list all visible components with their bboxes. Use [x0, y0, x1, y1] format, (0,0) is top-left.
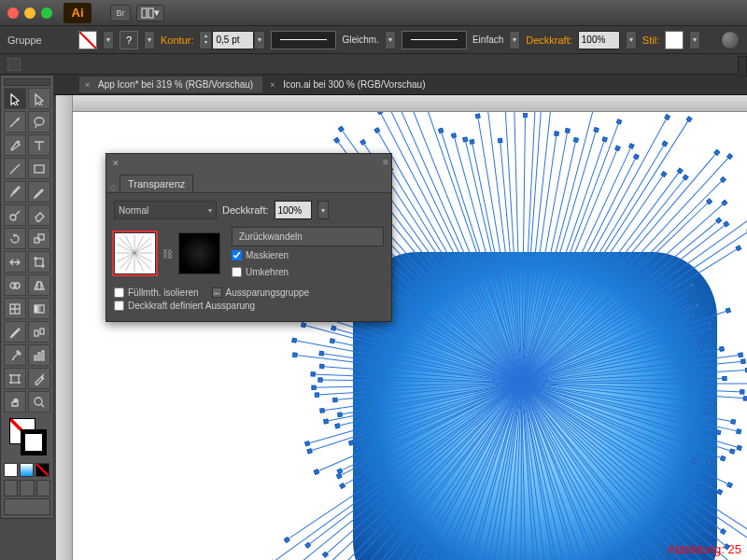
arrange-docs-button[interactable]: ▾ — [136, 5, 164, 21]
link-mask-icon[interactable]: ⛓ — [162, 244, 173, 264]
close-tab-icon[interactable]: × — [270, 80, 275, 90]
invert-label: Umkehren — [246, 267, 289, 277]
stroke-weight-dd[interactable] — [254, 31, 265, 49]
panel-header[interactable]: ✕ ≡ — [106, 154, 391, 173]
column-graph-tool[interactable] — [28, 344, 50, 366]
radial-paths[interactable] — [521, 383, 522, 384]
ruler-horizontal[interactable] — [73, 95, 747, 112]
mask-thumb[interactable] — [178, 232, 220, 274]
blend-tool[interactable] — [28, 321, 50, 343]
opacity-defines-checkbox[interactable]: Deckkraft definiert Aussparung — [114, 301, 384, 311]
free-transform-tool[interactable] — [28, 251, 50, 273]
panel-close-icon[interactable]: ✕ — [112, 159, 120, 168]
cap-dd[interactable] — [385, 31, 396, 49]
magic-wand-tool[interactable] — [4, 111, 26, 133]
svg-rect-13 — [35, 330, 38, 336]
type-tool[interactable] — [28, 134, 50, 156]
direct-selection-tool[interactable] — [28, 88, 50, 109]
draw-normal[interactable] — [4, 480, 18, 497]
stroke-indicator[interactable] — [21, 429, 47, 455]
svg-line-33 — [134, 253, 152, 262]
release-mask-button[interactable]: Zurückwandeln — [232, 227, 384, 246]
symbol-sprayer-tool[interactable] — [4, 344, 26, 366]
pencil-tool[interactable] — [28, 181, 50, 203]
panel-menu-icon[interactable]: ≡ — [383, 157, 388, 167]
isolate-label: Füllmth. isolieren — [128, 287, 199, 298]
knockout-label: Aussparungsgruppe — [226, 287, 310, 298]
color-mode[interactable] — [4, 463, 18, 477]
fill-dropdown[interactable] — [103, 31, 114, 49]
line-tool[interactable] — [4, 158, 26, 179]
brush-dd[interactable] — [509, 31, 520, 49]
panel-collapse-icon[interactable] — [7, 58, 21, 71]
gradient-tool[interactable] — [28, 298, 50, 319]
opacity-input[interactable] — [578, 31, 620, 49]
toolbox-grip[interactable] — [4, 78, 50, 86]
hand-tool[interactable] — [4, 391, 26, 413]
draw-inside[interactable] — [36, 480, 50, 497]
close-window-icon[interactable] — [7, 7, 19, 19]
zoom-tool[interactable] — [28, 391, 50, 413]
transparency-panel[interactable]: ✕ ≡ ◇ Transparenz Normal Deckkraft: ⛓ — [106, 153, 392, 322]
panel-opacity-dd[interactable] — [317, 201, 329, 219]
svg-rect-0 — [142, 8, 147, 18]
knockout-checkbox[interactable]: –Aussparungsgruppe — [212, 287, 310, 298]
paintbrush-tool[interactable] — [4, 181, 26, 203]
svg-rect-12 — [35, 305, 44, 313]
mesh-tool[interactable] — [4, 298, 26, 319]
tab-label: Icon.ai bei 300 % (RGB/Vorschau) — [283, 79, 425, 90]
stroke-weight-input[interactable] — [212, 31, 254, 49]
invert-checkbox[interactable]: Umkehren — [232, 267, 384, 277]
panel-opacity-input[interactable] — [275, 201, 312, 219]
close-tab-icon[interactable]: × — [85, 80, 90, 90]
screen-mode[interactable] — [4, 498, 50, 515]
clip-checkbox[interactable]: Maskieren — [232, 250, 384, 260]
stroke-profile[interactable] — [271, 31, 336, 49]
width-tool[interactable] — [4, 251, 26, 273]
slice-tool[interactable] — [28, 368, 50, 389]
fill-stroke-indicator[interactable] — [4, 416, 50, 461]
rectangle-tool[interactable] — [28, 158, 50, 179]
none-mode[interactable] — [35, 463, 49, 477]
blob-brush-tool[interactable] — [4, 204, 26, 226]
svg-line-35 — [125, 253, 134, 271]
doc-setup-icon[interactable] — [721, 31, 740, 49]
bridge-button[interactable]: Br — [110, 5, 131, 21]
blend-mode-select[interactable]: Normal — [114, 201, 217, 219]
dock-collapse[interactable] — [738, 56, 747, 77]
svg-rect-6 — [35, 259, 43, 266]
rotate-tool[interactable] — [4, 228, 26, 249]
gradient-mode[interactable] — [20, 463, 34, 477]
stroke-dropdown[interactable] — [144, 31, 155, 49]
lasso-tool[interactable] — [28, 111, 50, 133]
svg-rect-1 — [148, 8, 153, 18]
eraser-tool[interactable] — [28, 204, 50, 226]
brush-def[interactable] — [402, 31, 467, 49]
opacity-dd[interactable] — [626, 31, 637, 49]
artwork-thumb[interactable] — [114, 232, 156, 274]
scale-tool[interactable] — [28, 228, 50, 249]
isolate-checkbox[interactable]: Füllmth. isolieren — [114, 287, 199, 298]
artboard-tool[interactable] — [4, 368, 26, 389]
svg-line-24 — [134, 238, 150, 253]
style-dd[interactable] — [689, 31, 700, 49]
style-swatch[interactable] — [665, 31, 684, 49]
shape-builder-tool[interactable] — [4, 274, 26, 296]
panel-tab-transparency[interactable]: Transparenz — [120, 175, 193, 192]
stroke-swatch[interactable]: ? — [120, 31, 138, 49]
tab-icon-ai[interactable]: ×Icon.ai bei 300 % (RGB/Vorschau) — [264, 77, 434, 92]
fill-swatch[interactable] — [78, 31, 97, 49]
titlebar: Ai Br ▾ — [0, 0, 747, 26]
svg-rect-19 — [42, 351, 44, 360]
pen-tool[interactable] — [4, 134, 26, 156]
minimize-window-icon[interactable] — [24, 7, 35, 19]
tab-app-icon[interactable]: ×App Icon* bei 319 % (RGB/Vorschau) — [79, 77, 262, 92]
perspective-grid-tool[interactable] — [28, 274, 50, 296]
draw-behind[interactable] — [20, 480, 34, 497]
figure-label: Abbildung: 25 — [667, 542, 741, 556]
ruler-vertical[interactable] — [56, 95, 73, 560]
zoom-window-icon[interactable] — [41, 7, 52, 19]
eyedropper-tool[interactable] — [4, 321, 26, 343]
panel-body: Normal Deckkraft: ⛓ Zurückwandeln Maskie… — [106, 193, 391, 321]
selection-tool[interactable] — [4, 88, 26, 109]
